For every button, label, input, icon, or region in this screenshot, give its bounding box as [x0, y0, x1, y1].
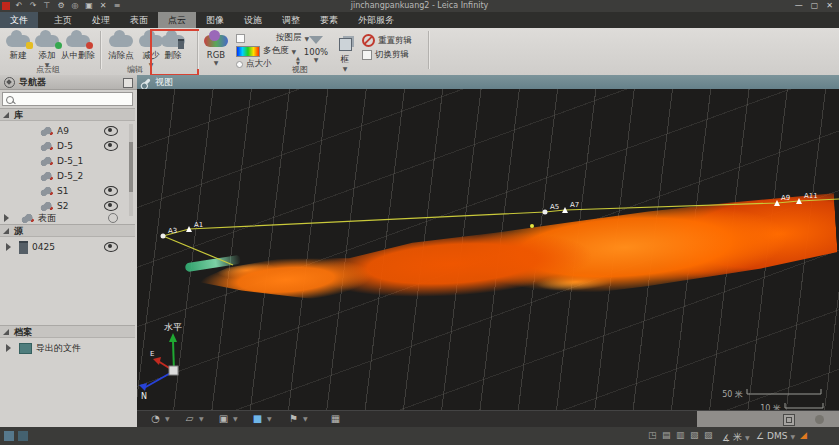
tree-item-s2[interactable]: S2	[0, 199, 128, 213]
length-unit-selector[interactable]: ∡ 米▼	[722, 431, 750, 444]
tree-item-a9[interactable]: A9	[0, 124, 128, 138]
file-icon	[19, 241, 28, 254]
view-mode-icon: ▣	[217, 413, 230, 424]
status-icon-table[interactable]: ▤	[662, 430, 671, 440]
color-gradient-chip	[236, 46, 260, 57]
marker-a5[interactable]: A5	[543, 203, 560, 215]
clip-cube-button[interactable]: ■▼	[251, 413, 272, 424]
group-label-view: 视图	[260, 64, 340, 75]
app-window: ↶ ↷ ⊤ ⚙ ◎ ▣ ✕ ≡ jinchangpankuang2 - Leic…	[0, 0, 839, 445]
visibility-eye-icon[interactable]	[104, 242, 118, 252]
tab-adjustments[interactable]: 调整	[272, 12, 310, 28]
reset-clip-button[interactable]: 重置剪辑	[362, 34, 412, 47]
tree-item-exported-files[interactable]: 导出的文件	[0, 341, 128, 355]
cube-icon	[339, 38, 352, 51]
tab-file[interactable]: 文件	[0, 12, 38, 28]
close-button[interactable]: ✕	[826, 0, 833, 12]
tab-point-clouds[interactable]: 点云	[158, 12, 196, 28]
status-icon-mesh[interactable]: ▨	[704, 430, 713, 440]
search-input[interactable]	[17, 94, 131, 106]
toggle-clip-checkbox[interactable]: 切换剪辑	[362, 49, 409, 61]
title-bar: ↶ ↷ ⊤ ⚙ ◎ ▣ ✕ ≡ jinchangpankuang2 - Leic…	[0, 0, 839, 12]
section-archive[interactable]: 档案	[0, 325, 135, 338]
new-pointcloud-button[interactable]: 新建	[2, 30, 34, 62]
by-layer-option[interactable]: 按图层 ▼	[236, 32, 309, 44]
ribbon-tab-bar: 文件 主页 处理 表面 点云 图像 设施 调整 要素 外部服务	[0, 12, 839, 28]
status-icon-selection[interactable]: ◳	[648, 430, 657, 440]
multi-color-option[interactable]: 多色度 ▼	[236, 45, 296, 57]
tab-surfaces[interactable]: 表面	[120, 12, 158, 28]
tree-item-d5-2[interactable]: D-5_2	[0, 169, 128, 183]
status-icon-left-2[interactable]	[18, 431, 28, 441]
snapshot-button[interactable]	[783, 414, 795, 426]
collapsed-arrow-icon	[4, 214, 9, 222]
tree-item-0425[interactable]: 0425	[0, 240, 128, 254]
flag-tool-button[interactable]: ⚑▼	[287, 413, 308, 424]
clear-points-button[interactable]: 清除点	[104, 30, 138, 62]
panel-pin-icon[interactable]	[123, 78, 133, 88]
tab-external-services[interactable]: 外部服务	[348, 12, 404, 28]
tree-item-d5-1[interactable]: D-5_1	[0, 154, 128, 168]
tab-features[interactable]: 要素	[310, 12, 348, 28]
remove-from-pointcloud-button[interactable]: 从中删除	[58, 30, 98, 62]
pointcloud-icon	[40, 157, 53, 166]
tab-imaging[interactable]: 图像	[196, 12, 234, 28]
minimize-button[interactable]: —	[795, 0, 803, 12]
zoom-level-button[interactable]: 100% ▼	[302, 30, 330, 62]
marker-a3[interactable]: A3	[161, 227, 178, 239]
control-vertex-dot	[530, 224, 534, 228]
visibility-eye-icon[interactable]	[104, 201, 118, 211]
viewport-status-strip	[697, 411, 839, 428]
scale-bar-10m: 10 米	[760, 403, 823, 410]
tree-scrollbar[interactable]	[129, 124, 133, 216]
section-source[interactable]: 源	[0, 224, 135, 237]
status-wedge-icon[interactable]: ◢	[800, 430, 807, 440]
angle-glyph-icon: ∠	[756, 431, 764, 441]
tab-home[interactable]: 主页	[44, 12, 82, 28]
view-mode-button[interactable]: ▣▼	[217, 413, 238, 424]
cloud-rgb-icon	[204, 35, 228, 47]
navigator-search	[2, 92, 133, 106]
control-polyline	[163, 199, 839, 236]
add-to-pointcloud-button[interactable]: 添加 ▼	[34, 30, 60, 67]
grid-icon: ▦	[329, 413, 342, 424]
marker-a7[interactable]: A7	[562, 201, 579, 213]
tree-item-d5[interactable]: D-5	[0, 139, 128, 153]
visibility-eye-icon[interactable]	[104, 186, 118, 196]
navigator-icon	[4, 77, 15, 88]
rgb-coloring-button[interactable]: RGB ▼	[201, 30, 231, 65]
pointcloud-icon	[40, 172, 53, 181]
angle-unit-selector[interactable]: ∠ DMS▼	[756, 431, 795, 441]
axis-vertical-label: 水平	[164, 322, 182, 332]
cube-blue-icon: ■	[251, 413, 264, 424]
status-icon-columns[interactable]: ▥	[676, 430, 685, 440]
marker-a11[interactable]: A11	[796, 192, 818, 204]
grid-toggle-button[interactable]: ▦	[329, 413, 342, 424]
navigator-panel: 导航器 库 A9 D-5 D-5_1 D-5_2 S1	[0, 75, 139, 427]
3d-viewport[interactable]: A3 A1 A5 A7 A9 A11 水平	[137, 89, 839, 410]
svg-text:A5: A5	[550, 203, 559, 211]
visibility-eye-icon[interactable]	[104, 126, 118, 136]
point-size-dot-icon	[236, 61, 243, 68]
visibility-eye-icon[interactable]	[104, 141, 118, 151]
viewport-overlay: A3 A1 A5 A7 A9 A11 水平	[137, 89, 839, 410]
tab-infrastructure[interactable]: 设施	[234, 12, 272, 28]
pointcloud-icon	[40, 202, 53, 211]
tab-processing[interactable]: 处理	[82, 12, 120, 28]
status-icon-layers[interactable]: ▧	[690, 430, 699, 440]
ribbon: 新建 添加 ▼ 从中删除 点云组 清除点 减少 ▼ 删除 编辑	[0, 28, 839, 76]
marker-a9[interactable]: A9	[774, 194, 790, 206]
navigator-title: 导航器	[19, 76, 46, 89]
section-inventory[interactable]: 库	[0, 108, 135, 121]
marker-a1[interactable]: A1	[186, 221, 203, 232]
collapsed-arrow-icon	[6, 344, 11, 352]
restore-button[interactable]: ▢	[811, 0, 819, 12]
tree-item-s1[interactable]: S1	[0, 184, 128, 198]
status-icon-left-1[interactable]	[4, 431, 14, 441]
orbit-tool-button[interactable]: ◔▼	[149, 413, 170, 424]
tree-item-surfaces[interactable]: 表面	[0, 213, 128, 223]
measure-tool-button[interactable]: ▱▼	[183, 413, 204, 424]
axis-origin-cube	[169, 366, 178, 375]
cloud-new-icon	[6, 35, 30, 47]
pointcloud-icon	[40, 142, 53, 151]
